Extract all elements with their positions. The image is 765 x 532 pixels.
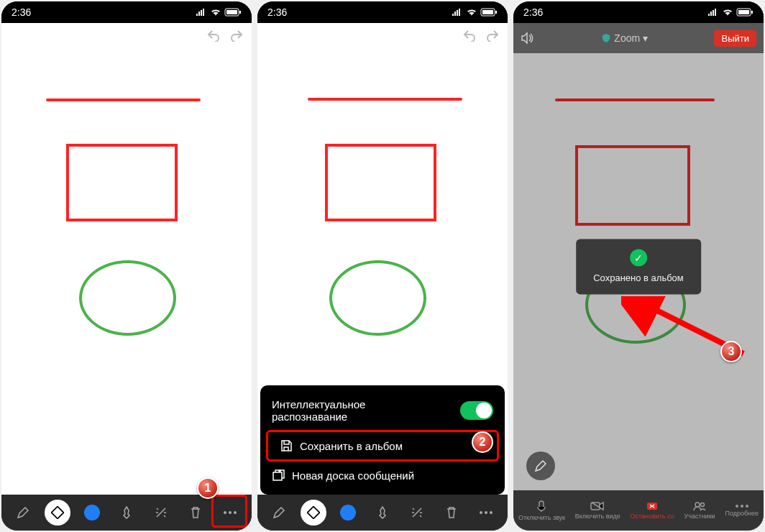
svg-rect-8	[482, 10, 493, 14]
highlight-save: Сохранить в альбом	[266, 430, 499, 462]
drawing-rect	[325, 144, 436, 221]
meeting-bottombar: Отключить звук Включить виде Остановить …	[513, 490, 764, 531]
svg-rect-10	[273, 472, 282, 480]
clock: 2:36	[523, 6, 543, 18]
svg-point-22	[701, 503, 705, 507]
check-icon: ✓	[630, 249, 647, 266]
shield-icon	[601, 33, 611, 43]
video-button[interactable]: Включить виде	[575, 501, 620, 520]
drawing-ellipse	[329, 260, 426, 336]
more-tool[interactable]	[473, 500, 499, 526]
new-board-icon	[272, 469, 285, 482]
svg-point-24	[741, 505, 743, 508]
toast-text: Сохранено в альбом	[593, 272, 684, 283]
svg-rect-1	[226, 10, 237, 14]
save-label: Сохранить в альбом	[300, 440, 403, 452]
svg-rect-17	[751, 11, 753, 14]
drawing-line	[46, 98, 201, 101]
clock: 2:36	[12, 6, 31, 18]
chevron-down-icon: ▾	[643, 32, 648, 44]
whiteboard-canvas[interactable]: Интеллектуальное распознавание Сохранить…	[257, 23, 508, 495]
svg-point-4	[224, 511, 226, 514]
svg-rect-11	[308, 507, 320, 519]
mute-button[interactable]: Отключить звук	[518, 500, 565, 521]
svg-rect-9	[495, 11, 497, 14]
status-icons	[196, 8, 242, 17]
color-picker[interactable]	[79, 500, 105, 526]
drawing-rect	[575, 145, 690, 226]
whiteboard-toolbar	[1, 495, 252, 531]
status-bar: 2:36	[1, 1, 252, 23]
magic-tool[interactable]	[404, 500, 430, 526]
screen-2: 2:36 Интеллектуальное распознавание Сохр…	[257, 1, 508, 531]
svg-point-13	[485, 511, 487, 514]
drawing-line	[308, 98, 462, 101]
participants-button[interactable]: Участники	[684, 501, 715, 520]
saved-toast: ✓ Сохранено в альбом	[576, 239, 701, 294]
stop-share-button[interactable]: Остановить со	[631, 501, 674, 520]
svg-point-21	[695, 503, 700, 507]
whiteboard-toolbar	[257, 495, 508, 531]
eraser-tool[interactable]	[45, 500, 70, 526]
more-button[interactable]: Подробнее	[725, 504, 759, 517]
exit-button[interactable]: Выйти	[714, 30, 756, 47]
save-to-album-button[interactable]: Сохранить в альбом	[268, 432, 497, 459]
more-popup: Интеллектуальное распознавание Сохранить…	[260, 385, 505, 495]
badge-3: 3	[720, 341, 742, 362]
magic-tool[interactable]	[148, 500, 174, 526]
trash-tool[interactable]	[183, 500, 209, 526]
screen-1: 2:36 1	[1, 1, 252, 531]
redo-icon[interactable]	[485, 29, 500, 42]
clock: 2:36	[267, 6, 287, 18]
svg-point-25	[746, 505, 748, 508]
meeting-title[interactable]: Zoom	[614, 32, 640, 44]
annotate-fab[interactable]	[526, 451, 555, 480]
status-bar: 2:36	[257, 1, 508, 23]
redo-icon[interactable]	[229, 29, 244, 42]
svg-point-5	[229, 511, 232, 514]
status-icons	[452, 8, 498, 17]
spotlight-tool[interactable]	[370, 500, 395, 526]
smart-recognition-label: Интеллектуальное распознавание	[272, 398, 416, 423]
trash-tool[interactable]	[439, 500, 464, 526]
meeting-header: Zoom ▾ Выйти	[513, 23, 764, 53]
color-picker[interactable]	[335, 500, 361, 526]
new-board-label: Новая доска сообщений	[292, 469, 414, 482]
svg-point-23	[736, 505, 738, 508]
svg-rect-2	[239, 11, 241, 14]
svg-rect-3	[52, 507, 64, 519]
badge-2: 2	[472, 431, 493, 453]
svg-point-12	[480, 511, 482, 514]
undo-icon[interactable]	[462, 29, 477, 42]
svg-point-14	[490, 511, 493, 514]
speaker-icon[interactable]	[521, 32, 535, 45]
drawing-line	[555, 98, 715, 101]
pen-tool[interactable]	[10, 500, 36, 526]
meeting-view: Zoom ▾ Выйти ✓ Сохранено в альбом Отключ…	[513, 23, 764, 531]
more-tool[interactable]	[217, 500, 243, 526]
pen-tool[interactable]	[266, 500, 292, 526]
toggle-switch[interactable]	[460, 401, 493, 420]
status-bar: 2:36	[513, 1, 764, 23]
whiteboard-canvas[interactable]	[1, 23, 252, 495]
undo-icon[interactable]	[206, 29, 221, 42]
new-board-button[interactable]: Новая доска сообщений	[260, 462, 505, 489]
screen-3: 2:36 Zoom ▾ Выйти ✓ Сохранено в альбом	[513, 1, 764, 531]
save-icon	[280, 439, 293, 452]
status-icons	[707, 8, 753, 17]
svg-point-6	[234, 511, 237, 514]
spotlight-tool[interactable]	[114, 500, 139, 526]
drawing-rect	[66, 144, 178, 221]
smart-recognition-toggle-row[interactable]: Интеллектуальное распознавание	[260, 391, 505, 430]
badge-1: 1	[197, 477, 219, 499]
drawing-ellipse	[79, 260, 176, 336]
eraser-tool[interactable]	[301, 500, 326, 526]
svg-rect-16	[738, 10, 749, 14]
